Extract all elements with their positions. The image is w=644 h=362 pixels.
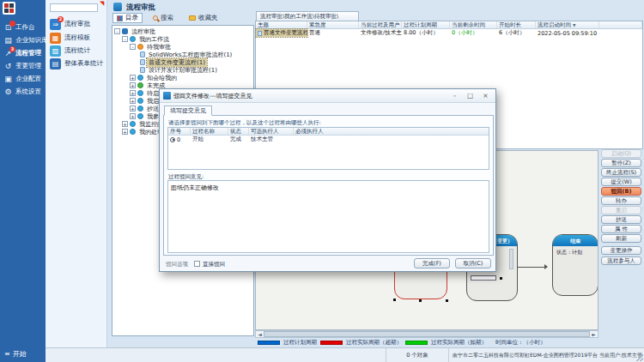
tree-toggle[interactable]: + — [130, 75, 136, 81]
filter-flag-icon[interactable]: ◥ — [100, 1, 104, 7]
process-doc-icon — [140, 59, 145, 65]
dialog-titlebar[interactable]: 驳回文件修改---填写提交意见 – □ × — [160, 89, 495, 103]
change-operation-button[interactable]: 变更操作 — [601, 246, 641, 255]
process-participants-button[interactable]: 流程参与人 — [601, 256, 641, 265]
sidebar-item-process-management[interactable]: ↗3 流程管理 — [0, 48, 46, 58]
tree-toggle[interactable]: + — [130, 113, 136, 119]
tree-item[interactable]: +知会给我的 — [112, 74, 253, 81]
process-doc-icon — [140, 67, 145, 73]
tree-toggle[interactable]: - — [122, 36, 128, 42]
close-icon[interactable]: × — [479, 91, 492, 100]
column-header-sorted[interactable]: 流程启动时间▼ — [536, 21, 599, 28]
maximize-icon[interactable]: □ — [464, 91, 477, 100]
page-title-icon — [113, 3, 122, 11]
tree-item[interactable]: -我的工作流 — [112, 35, 253, 43]
sidebar-item-label: 系统设置 — [15, 87, 41, 96]
tree-toggle[interactable]: + — [130, 106, 136, 112]
module-item-form-stats[interactable]: ▤ 整体表单统计 — [50, 57, 103, 69]
submit-button[interactable]: 提交(W) — [601, 178, 641, 186]
properties-button[interactable]: 属 性 — [601, 225, 641, 233]
radio-selected[interactable] — [170, 137, 175, 142]
workflow-icon — [130, 36, 136, 42]
flow-node-end[interactable]: 结束 状态：计划 — [552, 234, 598, 296]
opinion-textarea[interactable]: 图纸仍未正确修改 — [167, 180, 489, 253]
terminate-process-button[interactable]: 终止流程(S) — [601, 168, 641, 177]
table-row[interactable]: 普通文件变更流程 普通 文件修改/技术主管 8.00（小时） 0（小时） 6（小… — [256, 29, 642, 37]
refresh-button[interactable]: 刷新 — [601, 234, 641, 243]
sidebar-item-enterprise-config[interactable]: ▣ 企业配置 — [0, 74, 46, 84]
module-item-process-template[interactable]: ▦ 流程模板 — [50, 32, 90, 44]
minimize-icon[interactable]: – — [448, 91, 461, 100]
scroll-right-icon[interactable]: ► — [590, 331, 598, 337]
tree-toggle[interactable]: + — [122, 121, 128, 127]
application-window: ⊡ 工作台 ▤ 企业知识库 ↗3 流程管理 ↺ 变更管理 ▣ 企业配置 ⚙ 系统… — [0, 0, 644, 362]
pause-button[interactable]: 暂停(Z) — [601, 159, 641, 167]
dialog-title: 驳回文件修改---填写提交意见 — [173, 92, 446, 100]
selection-handle[interactable] — [393, 299, 396, 301]
module-item-process-stats[interactable]: ▨ 流程统计 — [50, 45, 90, 57]
briefcase-icon: ▣ — [3, 75, 13, 84]
reject-button[interactable]: 驳回(B) — [601, 187, 641, 196]
module-item-process-approval[interactable]: ⇒2 流程审批 — [50, 18, 90, 30]
legend-label: 过程实际周期（如期） — [431, 339, 487, 347]
sidebar-item-change-management[interactable]: ↺ 变更管理 — [0, 61, 46, 71]
tree-toggle[interactable]: + — [122, 129, 128, 135]
trend-icon: ↗3 — [3, 49, 13, 58]
node-mini-scrollbar[interactable] — [509, 249, 513, 269]
sidebar-item-knowledge-base[interactable]: ▤ 企业知识库 — [0, 35, 46, 45]
tree-item[interactable]: -流程审批 — [112, 27, 253, 35]
column-header[interactable]: 当前剩余时间 — [450, 21, 497, 28]
tab-favorites[interactable]: 收藏夹 — [185, 13, 222, 23]
module-search-input[interactable] — [50, 3, 98, 12]
process-doc-icon — [258, 31, 262, 36]
node-progress-bar — [471, 275, 496, 281]
tab-search[interactable]: 搜索 — [149, 13, 178, 23]
dialog-instruction: 请选择要驳回到下面哪个过程，以及这个过程将由哪些人执行: — [168, 119, 321, 127]
scroll-left-icon[interactable]: ◄ — [256, 331, 264, 337]
process-doc-icon — [140, 51, 145, 57]
flow-connector — [518, 267, 545, 268]
column-header[interactable]: 紧急度 — [307, 21, 359, 28]
to-start-icon — [137, 90, 143, 96]
process-template-icon: ▦ — [50, 33, 61, 44]
sidebar-item-label: 流程管理 — [15, 49, 41, 57]
breadcrumb[interactable]: 流程审批\我的工作流\待我审批\ — [256, 11, 359, 21]
urgency-cell: 普通 — [307, 29, 359, 37]
scrollbar-thumb[interactable] — [264, 331, 590, 337]
process-root-icon — [122, 28, 128, 34]
legend-label: 过程实际周期（超期） — [346, 339, 402, 347]
forward-button[interactable]: 转办 — [601, 196, 641, 205]
column-header[interactable]: 当前过程及用户 — [359, 21, 402, 28]
legend-swatch-overdue — [320, 341, 343, 345]
object-count: 0 个对象 — [386, 348, 449, 362]
tab-catalog[interactable]: 目录 — [112, 13, 143, 23]
start-button[interactable]: ≡ 开始 — [4, 349, 27, 359]
column-header[interactable]: 过程计划周期 — [402, 21, 450, 28]
column-header[interactable]: 开始时长 — [497, 21, 536, 28]
cancel-button[interactable]: 取消(C) — [455, 258, 491, 268]
tree-toggle[interactable]: + — [130, 90, 136, 96]
cc-button[interactable]: 抄送 — [601, 215, 641, 224]
page-title: 流程审批 — [126, 3, 155, 13]
list-row[interactable]: 0 开始 完成 技术主管 — [168, 136, 489, 143]
tree-item[interactable]: 设计开发计划审批流程(1) — [112, 66, 253, 74]
tree-toggle[interactable]: + — [130, 82, 136, 88]
sidebar-item-system-settings[interactable]: ⚙ 系统设置 — [0, 87, 46, 97]
finish-button[interactable]: 完成(F) — [414, 258, 450, 268]
resize-grip[interactable] — [636, 354, 643, 361]
selection-handle[interactable] — [419, 299, 422, 302]
primary-sidebar: ⊡ 工作台 ▤ 企业知识库 ↗3 流程管理 ↺ 变更管理 ▣ 企业配置 ⚙ 系统… — [0, 0, 46, 362]
tree-toggle[interactable]: + — [130, 98, 136, 104]
start-process-button: 启动(Q) — [601, 149, 641, 158]
tree-toggle[interactable]: - — [114, 28, 120, 34]
selection-handle[interactable] — [446, 299, 448, 302]
horizontal-scrollbar[interactable]: ◄ ► — [255, 330, 598, 338]
status-segment-empty — [46, 348, 386, 362]
notification-badge — [9, 21, 15, 27]
column-header[interactable]: 主题 — [256, 21, 307, 28]
dialog-tab-submit-opinion[interactable]: 填写提交意见 — [164, 106, 212, 116]
direct-reject-checkbox[interactable] — [194, 261, 200, 267]
sidebar-item-workbench[interactable]: ⊡ 工作台 — [0, 22, 46, 33]
dialog-icon — [163, 92, 171, 100]
tree-toggle[interactable]: - — [130, 44, 136, 50]
